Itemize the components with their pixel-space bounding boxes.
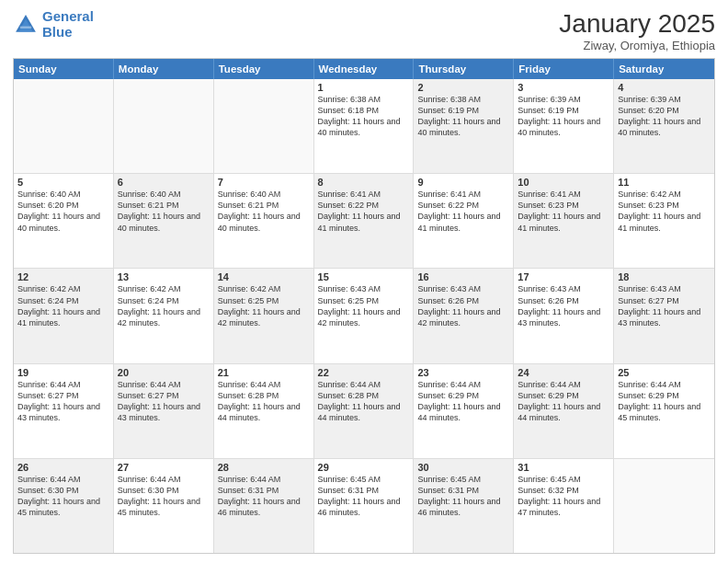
calendar-cell-3-6: 25Sunrise: 6:44 AM Sunset: 6:29 PM Dayli… — [614, 364, 714, 458]
calendar-cell-2-0: 12Sunrise: 6:42 AM Sunset: 6:24 PM Dayli… — [14, 269, 114, 362]
day-number: 18 — [618, 271, 711, 282]
day-info: Sunrise: 6:40 AM Sunset: 6:21 PM Dayligh… — [118, 189, 210, 234]
header-day-wednesday: Wednesday — [314, 59, 415, 79]
day-number: 8 — [318, 177, 410, 188]
day-number: 7 — [218, 177, 310, 188]
title-block: January 2025 Ziway, Oromiya, Ethiopia — [559, 9, 715, 52]
logo-general: General — [42, 8, 94, 24]
calendar-cell-0-2 — [214, 79, 314, 173]
day-number: 24 — [518, 367, 609, 378]
calendar-row-1: 5Sunrise: 6:40 AM Sunset: 6:20 PM Daylig… — [14, 174, 714, 269]
day-info: Sunrise: 6:44 AM Sunset: 6:29 PM Dayligh… — [518, 379, 609, 424]
day-number: 12 — [17, 271, 109, 282]
header-day-saturday: Saturday — [614, 59, 714, 79]
day-info: Sunrise: 6:42 AM Sunset: 6:25 PM Dayligh… — [218, 283, 310, 328]
calendar-cell-4-1: 27Sunrise: 6:44 AM Sunset: 6:30 PM Dayli… — [114, 459, 214, 553]
calendar-header: SundayMondayTuesdayWednesdayThursdayFrid… — [14, 59, 714, 79]
day-info: Sunrise: 6:44 AM Sunset: 6:27 PM Dayligh… — [17, 379, 109, 424]
day-info: Sunrise: 6:42 AM Sunset: 6:24 PM Dayligh… — [17, 283, 109, 328]
day-info: Sunrise: 6:38 AM Sunset: 6:19 PM Dayligh… — [417, 94, 509, 139]
day-info: Sunrise: 6:39 AM Sunset: 6:20 PM Dayligh… — [618, 94, 711, 139]
day-info: Sunrise: 6:41 AM Sunset: 6:22 PM Dayligh… — [417, 189, 509, 234]
calendar-cell-4-6 — [614, 459, 714, 553]
calendar-cell-1-5: 10Sunrise: 6:41 AM Sunset: 6:23 PM Dayli… — [514, 174, 614, 268]
day-info: Sunrise: 6:44 AM Sunset: 6:31 PM Dayligh… — [218, 474, 310, 519]
day-info: Sunrise: 6:45 AM Sunset: 6:31 PM Dayligh… — [318, 474, 410, 519]
calendar-cell-2-2: 14Sunrise: 6:42 AM Sunset: 6:25 PM Dayli… — [214, 269, 314, 362]
calendar-cell-2-4: 16Sunrise: 6:43 AM Sunset: 6:26 PM Dayli… — [414, 269, 514, 362]
page: General Blue January 2025 Ziway, Oromiya… — [0, 0, 728, 563]
day-number: 17 — [518, 271, 609, 282]
calendar-row-0: 1Sunrise: 6:38 AM Sunset: 6:18 PM Daylig… — [14, 79, 714, 174]
day-number: 20 — [118, 367, 210, 378]
logo-text: General Blue — [42, 9, 94, 40]
month-title: January 2025 — [559, 9, 715, 39]
day-number: 10 — [518, 177, 609, 188]
day-number: 23 — [417, 367, 509, 378]
calendar-cell-3-4: 23Sunrise: 6:44 AM Sunset: 6:29 PM Dayli… — [414, 364, 514, 458]
day-number: 6 — [118, 177, 210, 188]
header-day-thursday: Thursday — [414, 59, 514, 79]
day-number: 16 — [417, 271, 509, 282]
calendar-row-2: 12Sunrise: 6:42 AM Sunset: 6:24 PM Dayli… — [14, 269, 714, 363]
day-number: 22 — [318, 367, 410, 378]
calendar-cell-0-0 — [14, 79, 114, 173]
day-number: 4 — [618, 82, 711, 93]
calendar-cell-1-0: 5Sunrise: 6:40 AM Sunset: 6:20 PM Daylig… — [14, 174, 114, 268]
calendar-cell-0-3: 1Sunrise: 6:38 AM Sunset: 6:18 PM Daylig… — [314, 79, 415, 173]
calendar-cell-0-1 — [114, 79, 214, 173]
calendar: SundayMondayTuesdayWednesdayThursdayFrid… — [13, 58, 715, 554]
header-day-sunday: Sunday — [14, 59, 114, 79]
calendar-cell-3-3: 22Sunrise: 6:44 AM Sunset: 6:28 PM Dayli… — [314, 364, 415, 458]
calendar-cell-1-3: 8Sunrise: 6:41 AM Sunset: 6:22 PM Daylig… — [314, 174, 415, 268]
day-info: Sunrise: 6:43 AM Sunset: 6:26 PM Dayligh… — [417, 283, 509, 328]
calendar-cell-1-1: 6Sunrise: 6:40 AM Sunset: 6:21 PM Daylig… — [114, 174, 214, 268]
day-number: 3 — [518, 82, 609, 93]
logo-blue: Blue — [42, 24, 73, 40]
day-info: Sunrise: 6:44 AM Sunset: 6:27 PM Dayligh… — [118, 379, 210, 424]
calendar-cell-2-5: 17Sunrise: 6:43 AM Sunset: 6:26 PM Dayli… — [514, 269, 614, 362]
calendar-cell-4-2: 28Sunrise: 6:44 AM Sunset: 6:31 PM Dayli… — [214, 459, 314, 553]
header-day-friday: Friday — [514, 59, 614, 79]
day-info: Sunrise: 6:44 AM Sunset: 6:28 PM Dayligh… — [318, 379, 410, 424]
header: General Blue January 2025 Ziway, Oromiya… — [13, 9, 715, 52]
day-info: Sunrise: 6:40 AM Sunset: 6:20 PM Dayligh… — [17, 189, 109, 234]
calendar-cell-4-5: 31Sunrise: 6:45 AM Sunset: 6:32 PM Dayli… — [514, 459, 614, 553]
day-info: Sunrise: 6:45 AM Sunset: 6:32 PM Dayligh… — [518, 474, 609, 519]
calendar-cell-0-4: 2Sunrise: 6:38 AM Sunset: 6:19 PM Daylig… — [414, 79, 514, 173]
day-number: 19 — [17, 367, 109, 378]
header-day-monday: Monday — [114, 59, 214, 79]
day-info: Sunrise: 6:42 AM Sunset: 6:23 PM Dayligh… — [618, 189, 711, 234]
day-number: 5 — [17, 177, 109, 188]
day-info: Sunrise: 6:41 AM Sunset: 6:22 PM Dayligh… — [318, 189, 410, 234]
day-number: 15 — [318, 271, 410, 282]
calendar-cell-2-3: 15Sunrise: 6:43 AM Sunset: 6:25 PM Dayli… — [314, 269, 415, 362]
calendar-cell-3-5: 24Sunrise: 6:44 AM Sunset: 6:29 PM Dayli… — [514, 364, 614, 458]
day-number: 14 — [218, 271, 310, 282]
day-number: 13 — [118, 271, 210, 282]
calendar-cell-1-4: 9Sunrise: 6:41 AM Sunset: 6:22 PM Daylig… — [414, 174, 514, 268]
day-info: Sunrise: 6:44 AM Sunset: 6:29 PM Dayligh… — [618, 379, 711, 424]
day-number: 9 — [417, 177, 509, 188]
calendar-cell-0-5: 3Sunrise: 6:39 AM Sunset: 6:19 PM Daylig… — [514, 79, 614, 173]
calendar-cell-4-3: 29Sunrise: 6:45 AM Sunset: 6:31 PM Dayli… — [314, 459, 415, 553]
header-day-tuesday: Tuesday — [214, 59, 314, 79]
calendar-cell-2-1: 13Sunrise: 6:42 AM Sunset: 6:24 PM Dayli… — [114, 269, 214, 362]
day-info: Sunrise: 6:42 AM Sunset: 6:24 PM Dayligh… — [118, 283, 210, 328]
calendar-cell-4-4: 30Sunrise: 6:45 AM Sunset: 6:31 PM Dayli… — [414, 459, 514, 553]
calendar-cell-1-6: 11Sunrise: 6:42 AM Sunset: 6:23 PM Dayli… — [614, 174, 714, 268]
calendar-row-4: 26Sunrise: 6:44 AM Sunset: 6:30 PM Dayli… — [14, 459, 714, 553]
day-info: Sunrise: 6:44 AM Sunset: 6:29 PM Dayligh… — [417, 379, 509, 424]
calendar-cell-3-2: 21Sunrise: 6:44 AM Sunset: 6:28 PM Dayli… — [214, 364, 314, 458]
location-subtitle: Ziway, Oromiya, Ethiopia — [559, 39, 715, 52]
day-number: 29 — [318, 462, 410, 473]
day-info: Sunrise: 6:43 AM Sunset: 6:27 PM Dayligh… — [618, 283, 711, 328]
day-number: 11 — [618, 177, 711, 188]
day-number: 30 — [417, 462, 509, 473]
logo-icon — [13, 12, 39, 38]
logo: General Blue — [13, 9, 94, 40]
day-info: Sunrise: 6:41 AM Sunset: 6:23 PM Dayligh… — [518, 189, 609, 234]
day-info: Sunrise: 6:44 AM Sunset: 6:30 PM Dayligh… — [118, 474, 210, 519]
calendar-cell-1-2: 7Sunrise: 6:40 AM Sunset: 6:21 PM Daylig… — [214, 174, 314, 268]
day-info: Sunrise: 6:38 AM Sunset: 6:18 PM Dayligh… — [318, 94, 410, 139]
